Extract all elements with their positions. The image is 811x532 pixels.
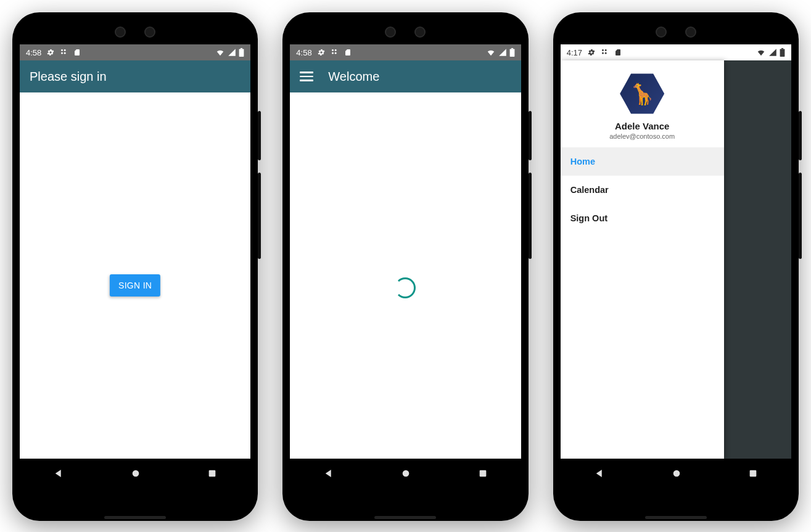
- svg-rect-13: [511, 48, 513, 49]
- signin-button[interactable]: SIGN IN: [110, 274, 160, 297]
- user-name: Adele Vance: [561, 121, 724, 131]
- svg-point-9: [334, 49, 336, 51]
- wifi-icon: [215, 48, 225, 57]
- svg-rect-7: [209, 470, 216, 477]
- screen-welcome: 4:58 Welcome: [290, 44, 521, 488]
- dots-icon: [601, 48, 609, 57]
- recents-icon[interactable]: [748, 469, 758, 478]
- phone-welcome: 4:58 Welcome: [282, 12, 528, 521]
- drawer-item-calendar[interactable]: Calendar: [561, 176, 724, 204]
- home-icon[interactable]: [131, 469, 141, 478]
- phone-sensors: [561, 20, 791, 44]
- recents-icon[interactable]: [478, 469, 488, 478]
- settings-gear-icon: [46, 48, 55, 57]
- recents-icon[interactable]: [207, 469, 217, 478]
- svg-point-17: [605, 49, 607, 51]
- phone-drawer: 4:17 🦒 Adele Vance adelev@contoso.co: [553, 12, 799, 521]
- app-bar: Please sign in: [20, 60, 250, 92]
- back-icon[interactable]: [594, 468, 605, 479]
- signal-icon: [768, 48, 777, 57]
- wifi-icon: [756, 48, 766, 57]
- signal-icon: [228, 48, 236, 57]
- appbar-title: Welcome: [328, 70, 379, 84]
- user-email: adelev@contoso.com: [561, 133, 724, 140]
- drawer-item-signout[interactable]: Sign Out: [561, 204, 724, 232]
- drawer-header: 🦒 Adele Vance adelev@contoso.com: [561, 60, 724, 147]
- android-nav-bar: [20, 459, 250, 488]
- back-icon[interactable]: [53, 468, 64, 479]
- battery-icon: [780, 48, 785, 57]
- svg-point-3: [64, 52, 66, 54]
- settings-gear-icon: [317, 48, 326, 57]
- settings-gear-icon: [587, 48, 596, 57]
- menu-icon[interactable]: [300, 72, 313, 81]
- battery-icon: [239, 48, 244, 57]
- status-time: 4:58: [296, 48, 311, 57]
- svg-point-8: [332, 49, 334, 51]
- nav-drawer: 🦒 Adele Vance adelev@contoso.com Home Ca…: [561, 60, 724, 459]
- avatar: 🦒: [620, 72, 664, 116]
- svg-point-2: [61, 52, 63, 54]
- status-bar: 4:17: [561, 44, 791, 60]
- svg-point-19: [605, 52, 607, 54]
- screen-drawer: 4:17 🦒 Adele Vance adelev@contoso.co: [561, 44, 791, 488]
- appbar-title: Please sign in: [30, 70, 107, 84]
- sdcard-icon: [73, 48, 81, 57]
- avatar-image-icon: 🦒: [629, 83, 655, 104]
- svg-rect-12: [509, 49, 514, 57]
- svg-point-6: [133, 470, 139, 477]
- svg-point-16: [602, 49, 604, 51]
- battery-icon: [509, 48, 515, 57]
- drawer-item-home[interactable]: Home: [561, 147, 724, 176]
- content-area: SIGN IN: [20, 92, 250, 459]
- phone-sensors: [20, 20, 250, 44]
- home-icon[interactable]: [672, 469, 681, 478]
- android-nav-bar: [561, 459, 791, 488]
- sdcard-icon: [614, 48, 622, 57]
- svg-point-11: [334, 52, 336, 54]
- svg-point-18: [602, 52, 604, 54]
- back-icon[interactable]: [323, 468, 334, 479]
- status-time: 4:17: [567, 48, 582, 57]
- svg-point-10: [332, 52, 334, 54]
- svg-rect-21: [781, 48, 783, 49]
- svg-rect-15: [479, 470, 486, 477]
- sdcard-icon: [344, 48, 352, 57]
- status-bar: 4:58: [290, 44, 521, 60]
- svg-rect-20: [780, 49, 785, 57]
- content-area: [290, 92, 521, 459]
- android-nav-bar: [290, 459, 521, 488]
- svg-point-1: [64, 49, 66, 51]
- svg-rect-5: [241, 48, 242, 49]
- home-icon[interactable]: [401, 469, 411, 478]
- svg-point-14: [403, 470, 410, 477]
- loading-spinner-icon: [395, 277, 416, 298]
- status-time: 4:58: [26, 48, 41, 57]
- app-bar: Welcome: [290, 60, 521, 92]
- phone-sensors: [290, 20, 521, 44]
- screen-signin: 4:58 Please sign in SIGN IN: [20, 44, 250, 488]
- dots-icon: [60, 48, 68, 57]
- svg-point-0: [61, 49, 63, 51]
- status-bar: 4:58: [20, 44, 250, 60]
- wifi-icon: [486, 48, 496, 57]
- svg-point-22: [673, 470, 680, 477]
- signal-icon: [498, 48, 507, 57]
- phone-signin: 4:58 Please sign in SIGN IN: [12, 12, 258, 521]
- svg-rect-23: [750, 470, 757, 477]
- dots-icon: [331, 48, 339, 57]
- svg-rect-4: [239, 49, 244, 57]
